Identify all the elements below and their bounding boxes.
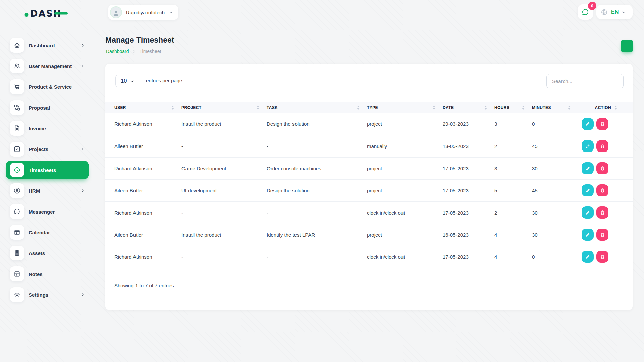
chevron-down-icon: [169, 10, 173, 15]
column-label: TASK: [267, 105, 278, 110]
cell-task: Design the solution: [267, 179, 367, 201]
messages-button[interactable]: 0: [578, 4, 593, 20]
person-dashed-circle-icon: [10, 183, 24, 198]
add-timesheet-button[interactable]: [621, 40, 633, 52]
sort-icon[interactable]: [171, 106, 174, 110]
cell-task: Design the solution: [267, 113, 367, 135]
delete-button[interactable]: [596, 229, 608, 241]
column-header-type[interactable]: TYPE: [367, 102, 443, 113]
sort-icon[interactable]: [614, 106, 617, 110]
breadcrumb-dashboard-link[interactable]: Dashboard: [106, 49, 129, 54]
cell-date: 29-03-2023: [443, 113, 494, 135]
sidebar-item-assets[interactable]: Assets: [6, 244, 89, 262]
logo-dot: [25, 13, 29, 17]
home-icon: [10, 38, 24, 53]
delete-button[interactable]: [596, 162, 608, 174]
sidebar-item-label: Projects: [29, 146, 48, 152]
delete-button[interactable]: [596, 184, 608, 196]
sort-icon[interactable]: [522, 106, 525, 110]
pencil-icon: [585, 143, 591, 149]
cell-date: 17-05-2023: [443, 179, 494, 201]
column-header-user[interactable]: USER: [105, 102, 181, 113]
edit-button[interactable]: [582, 140, 594, 152]
column-header-action[interactable]: ACTION: [578, 102, 633, 113]
chevron-right-icon: [80, 64, 85, 68]
delete-button[interactable]: [596, 140, 608, 152]
cell-task: Identify the test LPAR: [267, 224, 367, 246]
cell-type: project: [367, 224, 443, 246]
pencil-icon: [585, 254, 591, 260]
cell-hours: 5: [494, 179, 532, 201]
sidebar-item-label: Timesheets: [29, 167, 56, 173]
column-label: DATE: [443, 105, 454, 110]
sort-icon[interactable]: [257, 106, 259, 110]
cell-hours: 3: [494, 113, 532, 135]
cell-minutes: 0: [532, 246, 578, 268]
sidebar-item-projects[interactable]: Projects: [6, 140, 89, 159]
cell-project: Game Development: [181, 157, 267, 179]
sort-icon[interactable]: [433, 106, 435, 110]
cell-minutes: 30: [532, 201, 578, 224]
delete-button[interactable]: [596, 206, 608, 219]
sidebar-item-label: Notes: [29, 271, 43, 277]
timesheet-table: USER PROJECT TASK TYPE DATE HOURS MINUTE…: [105, 102, 633, 268]
column-header-minutes[interactable]: MINUTES: [532, 102, 578, 113]
trash-icon: [600, 232, 605, 238]
edit-button[interactable]: [582, 162, 594, 174]
delete-button[interactable]: [596, 251, 608, 263]
sort-icon[interactable]: [357, 106, 360, 110]
sidebar-item-invoice[interactable]: Invoice: [6, 119, 89, 138]
edit-button[interactable]: [582, 251, 594, 263]
sidebar-item-timesheets[interactable]: Timesheets: [6, 161, 89, 179]
table-row: Aileen Butler - - manually 13-05-2023 2 …: [105, 135, 633, 157]
column-label: HOURS: [494, 105, 509, 110]
chat-dots-icon: [581, 8, 589, 16]
edit-button[interactable]: [582, 206, 594, 219]
sidebar-item-messenger[interactable]: Messenger: [6, 202, 89, 221]
column-header-task[interactable]: TASK: [267, 102, 367, 113]
entries-per-page-select[interactable]: 10: [115, 75, 140, 87]
cell-hours: 4: [494, 246, 532, 268]
column-header-project[interactable]: PROJECT: [181, 102, 267, 113]
sidebar-item-dashboard[interactable]: Dashboard: [6, 36, 89, 55]
cell-type: project: [367, 113, 443, 135]
chevron-right-icon: [80, 147, 85, 152]
sidebar-item-settings[interactable]: Settings: [6, 285, 89, 304]
sidebar-item-user-management[interactable]: User Management: [6, 57, 89, 75]
sidebar-item-label: Product & Service: [29, 84, 72, 90]
column-header-date[interactable]: DATE: [443, 102, 494, 113]
cell-type: clock in/clock out: [367, 201, 443, 224]
cell-hours: 2: [494, 201, 532, 224]
sort-icon[interactable]: [484, 106, 487, 110]
sort-icon[interactable]: [568, 106, 571, 110]
sidebar-item-label: Settings: [29, 292, 48, 298]
column-header-hours[interactable]: HOURS: [494, 102, 532, 113]
users-icon: [10, 59, 24, 73]
cell-type: manually: [367, 135, 443, 157]
delete-button[interactable]: [596, 118, 608, 130]
column-label: PROJECT: [181, 105, 201, 110]
sidebar-item-calendar[interactable]: Calendar: [6, 223, 89, 242]
app-root: DASH Dashboard User Management Product &…: [0, 0, 644, 362]
edit-button[interactable]: [582, 118, 594, 130]
cell-user: Richard Atkinson: [105, 157, 181, 179]
cell-hours: 2: [494, 135, 532, 157]
sidebar-item-label: HRM: [29, 188, 40, 194]
sidebar-item-proposal[interactable]: Proposal: [6, 98, 89, 117]
workspace-dropdown[interactable]: Rajodiya infotech: [108, 5, 178, 20]
edit-button[interactable]: [582, 229, 594, 241]
cell-minutes: 30: [532, 224, 578, 246]
language-selector[interactable]: EN: [596, 5, 633, 19]
search-input[interactable]: [546, 74, 624, 88]
edit-button[interactable]: [582, 184, 594, 196]
table-row: Aileen Butler UI development Design the …: [105, 179, 633, 201]
sidebar-item-label: Proposal: [29, 105, 50, 111]
column-label: TYPE: [367, 105, 378, 110]
sidebar-item-product-service[interactable]: Product & Service: [6, 77, 89, 96]
table-header-row: USER PROJECT TASK TYPE DATE HOURS MINUTE…: [105, 102, 633, 113]
cart-icon: [10, 79, 24, 94]
sidebar-item-notes[interactable]: Notes: [6, 264, 89, 283]
table-row: Richard Atkinson - - clock in/clock out …: [105, 201, 633, 224]
cell-user: Aileen Butler: [105, 179, 181, 201]
sidebar-item-hrm[interactable]: HRM: [6, 181, 89, 200]
